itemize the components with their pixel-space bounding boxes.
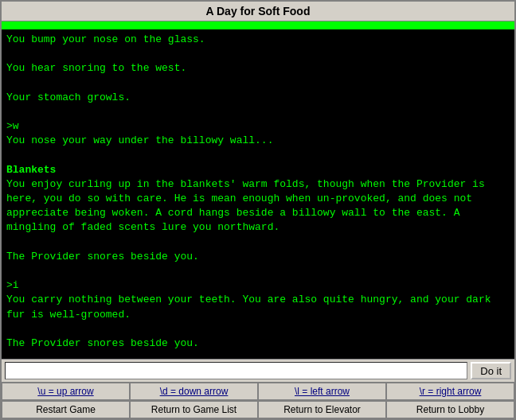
game-text: You bump your nose on the glass. You hea… xyxy=(2,29,514,359)
game-area: You bump your nose on the glass. You hea… xyxy=(2,21,514,359)
do-it-button[interactable]: Do it xyxy=(471,362,511,379)
window-title: A Day for Soft Food xyxy=(206,5,311,18)
up-arrow-button[interactable]: \u = up arrow xyxy=(2,383,130,400)
return-to-elevator-button[interactable]: Return to Elevator xyxy=(258,401,386,418)
green-bar xyxy=(2,21,514,29)
game-text-normal2: You enjoy curling up in the blankets' wa… xyxy=(6,178,497,359)
left-arrow-button[interactable]: \l = left arrow xyxy=(258,383,386,400)
game-text-bold-blankets: Blankets xyxy=(6,164,56,176)
restart-game-button[interactable]: Restart Game xyxy=(2,401,130,418)
command-input[interactable] xyxy=(5,362,467,379)
input-row: Do it xyxy=(2,359,514,382)
action-row: Restart Game Return to Game List Return … xyxy=(2,400,514,418)
title-bar: A Day for Soft Food xyxy=(2,2,514,21)
main-window: A Day for Soft Food You bump your nose o… xyxy=(0,0,516,420)
return-to-lobby-button[interactable]: Return to Lobby xyxy=(386,401,514,418)
down-arrow-button[interactable]: \d = down arrow xyxy=(130,383,258,400)
nav-row: \u = up arrow \d = down arrow \l = left … xyxy=(2,382,514,400)
right-arrow-button[interactable]: \r = right arrow xyxy=(386,383,514,400)
return-to-game-list-button[interactable]: Return to Game List xyxy=(130,401,258,418)
game-text-normal1: You bump your nose on the glass. You hea… xyxy=(6,33,273,146)
